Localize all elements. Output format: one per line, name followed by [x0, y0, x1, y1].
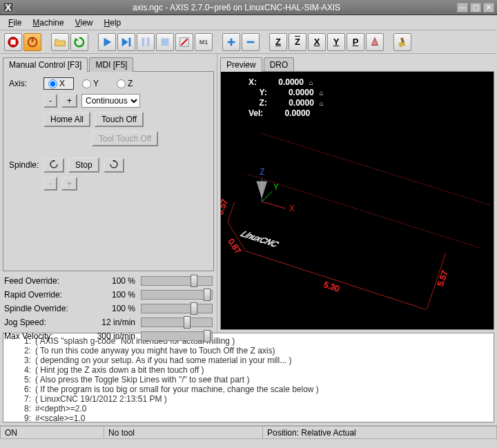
spindle-stop-button[interactable]: Stop	[68, 157, 99, 173]
rapid-override-label: Rapid Override:	[4, 290, 87, 300]
rapid-override-slider[interactable]	[141, 290, 213, 300]
spindle-cw-button[interactable]	[104, 158, 124, 173]
svg-line-30	[262, 133, 490, 205]
view-x-button[interactable]: X	[308, 33, 326, 51]
tab-manual[interactable]: Manual Control [F3]	[3, 57, 88, 72]
menu-machine[interactable]: Machine	[28, 17, 68, 29]
zoomin-button[interactable]	[222, 33, 240, 51]
preview-area[interactable]: X: 0.0000 ⌂ Y: 0.0000 ⌂ Z: 0.0000 ⌂ Vel:…	[220, 71, 494, 330]
svg-rect-1	[10, 39, 15, 44]
svg-line-22	[228, 202, 235, 222]
jogmode-select[interactable]: Continuous	[81, 94, 140, 108]
estop-button[interactable]	[4, 33, 22, 51]
clear-button[interactable]	[393, 33, 411, 51]
jog-minus-button[interactable]: -	[43, 94, 57, 108]
view-p-button[interactable]: P	[347, 33, 364, 51]
statusbar: ON No tool Position: Relative Actual	[0, 425, 497, 439]
axis-label: Axis:	[9, 79, 39, 88]
spindle-override-slider[interactable]	[141, 304, 213, 313]
pause-button[interactable]	[137, 33, 155, 51]
tab-mdi[interactable]: MDI [F5]	[89, 57, 133, 72]
tab-preview[interactable]: Preview	[220, 57, 262, 72]
home-all-button[interactable]: Home All	[43, 112, 90, 127]
menu-view[interactable]: View	[71, 17, 97, 29]
power-button[interactable]	[23, 33, 41, 51]
svg-line-15	[262, 202, 286, 208]
svg-rect-5	[142, 37, 145, 46]
max-velocity-slider[interactable]	[141, 331, 213, 341]
svg-text:Y: Y	[273, 182, 279, 192]
view-y-button[interactable]: Y	[327, 33, 345, 51]
rapid-override-value: 100 %	[90, 290, 138, 300]
skip-button[interactable]	[175, 33, 193, 51]
reload-button[interactable]	[70, 33, 88, 51]
jog-speed-slider[interactable]	[141, 318, 213, 327]
svg-text:0.87: 0.87	[226, 237, 243, 255]
minimize-button[interactable]: —	[457, 3, 468, 12]
spindle-override-label: Spindle Override:	[4, 304, 87, 313]
app-icon: X	[3, 2, 14, 13]
svg-line-31	[248, 175, 480, 249]
svg-text:X: X	[289, 204, 295, 213]
maximize-button[interactable]: ▢	[470, 3, 481, 12]
window-title: axis.ngc - AXIS 2.7.0~pre6 on LinuxCNC-H…	[18, 3, 455, 12]
svg-text:5.30: 5.30	[322, 280, 341, 294]
play-button[interactable]	[98, 33, 116, 51]
toolbar: M1 Z Z X Y P	[0, 30, 497, 54]
svg-rect-7	[162, 38, 169, 46]
cone-button[interactable]	[366, 33, 384, 51]
feed-override-value: 100 %	[90, 276, 138, 286]
spindle-inc-button[interactable]: +	[61, 177, 77, 191]
close-button[interactable]: ✕	[483, 3, 494, 12]
status-tool: No tool	[104, 426, 262, 439]
zoomout-button[interactable]	[242, 33, 260, 51]
tab-dro[interactable]: DRO	[264, 57, 295, 72]
svg-rect-6	[147, 37, 150, 46]
svg-text:LinuxCNC: LinuxCNC	[238, 230, 281, 249]
status-position: Position: Relative Actual	[262, 426, 497, 439]
stop-button[interactable]	[156, 33, 174, 51]
left-panel: Manual Control [F3] MDI [F5] Axis: X Y Z…	[0, 54, 217, 333]
optstop-button[interactable]: M1	[195, 33, 213, 51]
spindle-ccw-button[interactable]	[43, 158, 64, 173]
preview-graphics: X Y Z LinuxCNC 0.57 0.87 5.30	[221, 99, 494, 330]
svg-text:Z: Z	[260, 167, 264, 177]
menu-file[interactable]: File	[4, 17, 26, 29]
touch-off-button[interactable]: Touch Off	[95, 112, 144, 127]
feed-override-slider[interactable]	[141, 276, 213, 286]
svg-rect-4	[129, 37, 131, 46]
view-z2-button[interactable]: Z	[289, 33, 306, 51]
svg-text:0.57: 0.57	[221, 197, 230, 215]
status-on: ON	[0, 426, 104, 439]
spindle-override-value: 100 %	[90, 304, 138, 313]
svg-rect-14	[400, 37, 405, 43]
svg-line-9	[182, 39, 188, 45]
spindle-dec-button[interactable]: -	[43, 177, 57, 191]
svg-line-26	[245, 251, 426, 309]
right-panel: Preview DRO X: 0.0000 ⌂ Y: 0.0000 ⌂ Z: 0…	[217, 54, 497, 333]
overrides: Feed Override: 100 % Rapid Override: 100…	[0, 271, 217, 346]
jog-speed-value: 12 in/min	[90, 318, 138, 327]
jog-speed-label: Jog Speed:	[4, 318, 87, 327]
open-button[interactable]	[51, 33, 69, 51]
jog-plus-button[interactable]: +	[61, 94, 77, 108]
view-z-button[interactable]: Z	[269, 33, 287, 51]
titlebar: X axis.ngc - AXIS 2.7.0~pre6 on LinuxCNC…	[0, 0, 497, 15]
menubar: File Machine View Help	[0, 15, 497, 30]
svg-text:5.57: 5.57	[436, 269, 450, 287]
axis-y-radio[interactable]: Y	[78, 78, 108, 89]
axis-z-radio[interactable]: Z	[113, 78, 143, 89]
axis-x-radio[interactable]: X	[43, 77, 74, 90]
tool-touch-off-button[interactable]: Tool Touch Off	[92, 131, 158, 146]
gcode-pane[interactable]: 1:( AXIS "splash g-code" Not intended fo…	[3, 333, 494, 422]
menu-help[interactable]: Help	[100, 17, 126, 29]
spindle-label: Spindle:	[9, 160, 39, 170]
manual-panel: Axis: X Y Z - + Continuous Home All Touc…	[3, 71, 214, 271]
feed-override-label: Feed Override:	[4, 276, 87, 286]
step-button[interactable]	[117, 33, 135, 51]
